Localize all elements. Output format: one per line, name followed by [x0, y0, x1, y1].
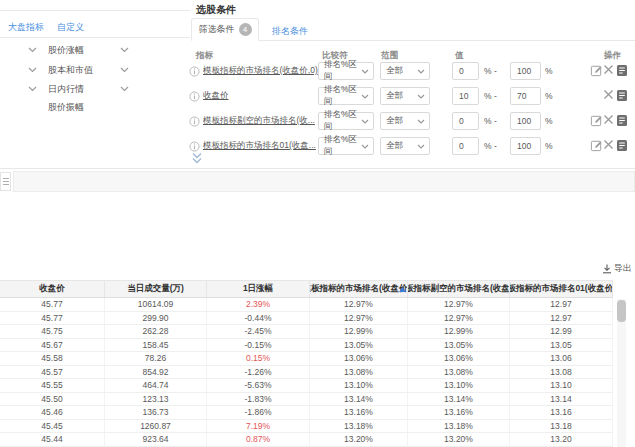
tree-item-label: 股价涨幅: [48, 44, 84, 57]
percent-unit: %: [545, 91, 553, 101]
filter-count-badge: 4: [239, 23, 252, 36]
table-header-cell[interactable]: 收盘价: [0, 281, 105, 297]
indicator-link[interactable]: 模板指标的市场排名01(收盘...: [203, 140, 316, 152]
min-value-input[interactable]: [452, 87, 479, 105]
comparator-select[interactable]: 排名%区间: [318, 62, 374, 80]
collapse-panel-icon[interactable]: [191, 152, 203, 165]
table-row[interactable]: 45.75262.28-2.45%12.99%12.99%12.99: [0, 325, 613, 339]
filter-condition-row: 收盘价 排名%区间 全部 % - %: [0, 87, 635, 105]
edit-icon[interactable]: [590, 64, 603, 77]
table-row[interactable]: 45.451260.877.19%13.18%13.18%13.18: [0, 420, 613, 434]
table-row[interactable]: 45.77299.90-0.44%12.97%12.97%12.97: [0, 312, 613, 326]
table-cell: 45.57: [0, 366, 105, 379]
min-value-input[interactable]: [452, 112, 479, 130]
min-value-input[interactable]: [452, 137, 479, 155]
table-header-cell[interactable]: 1日涨幅: [207, 281, 310, 297]
table-cell: 13.10: [510, 379, 613, 392]
notebook-icon[interactable]: [616, 114, 628, 127]
table-row[interactable]: 45.44923.640.87%13.20%13.20%13.20: [0, 433, 613, 447]
col-header-actions: 操作: [604, 50, 621, 62]
chevron-down-icon: [361, 119, 369, 125]
table-cell: 12.97: [510, 312, 613, 325]
comparator-value: 排名%区间: [324, 109, 361, 133]
delete-icon[interactable]: [603, 139, 614, 150]
table-cell: 13.05%: [408, 339, 510, 352]
table-cell: 13.05: [510, 339, 613, 352]
results-table: 收盘价当日成交量(万)1日涨幅模板指标的市场排名(收盘价,0模板指标剔空的市场排…: [0, 280, 613, 447]
comparator-select[interactable]: 排名%区间: [318, 87, 374, 105]
notebook-icon[interactable]: [616, 89, 628, 102]
range-value: 全部: [386, 65, 403, 77]
min-value-input[interactable]: [452, 62, 479, 80]
edit-icon[interactable]: [590, 114, 603, 127]
table-cell: 123.13: [105, 393, 207, 406]
filter-condition-row: 模板指标的市场排名(收盘价,0) 排名%区间 全部 % - %: [0, 62, 635, 80]
comparator-select[interactable]: 排名%区间: [318, 137, 374, 155]
table-header-cell[interactable]: 模板指标的市场排名(收盘价,0: [310, 281, 408, 297]
comparator-select[interactable]: 排名%区间: [318, 112, 374, 130]
table-cell: 45.67: [0, 339, 105, 352]
table-row[interactable]: 45.50123.13-1.83%13.14%13.14%13.14: [0, 393, 613, 407]
range-select[interactable]: 全部: [380, 137, 430, 155]
table-row[interactable]: 45.46136.73-1.86%13.16%13.16%13.16: [0, 406, 613, 420]
col-header-range: 范围: [381, 50, 398, 62]
export-button[interactable]: 导出: [602, 262, 632, 275]
delete-icon[interactable]: [603, 89, 614, 100]
table-cell: 13.16%: [408, 406, 510, 419]
tab-custom[interactable]: 自定义: [57, 21, 84, 34]
table-header-cell[interactable]: 模板指标的市场排名01(收盘价,0): [510, 281, 613, 297]
chevron-down-icon: [361, 94, 369, 100]
max-value-input[interactable]: [510, 87, 541, 105]
indicator-link[interactable]: 模板指标的市场排名(收盘价,0): [203, 65, 318, 77]
tab-market-indicators[interactable]: 大盘指标: [8, 21, 44, 34]
table-cell: 45.55: [0, 379, 105, 392]
table-row[interactable]: 45.57854.92-1.26%13.08%13.08%13.08: [0, 366, 613, 380]
table-row[interactable]: 45.67158.45-0.15%13.05%13.05%13.05: [0, 339, 613, 353]
max-value-input[interactable]: [510, 112, 541, 130]
table-row[interactable]: 45.55464.74-5.63%13.10%13.10%13.10: [0, 379, 613, 393]
range-value: 全部: [386, 140, 403, 152]
left-panel-top-border: [0, 10, 190, 11]
indicator-link[interactable]: 模板指标剔空的市场排名(收...: [203, 115, 315, 127]
table-cell: 13.18%: [310, 420, 408, 433]
table-cell: 13.08%: [408, 366, 510, 379]
comparator-value: 排名%区间: [324, 84, 361, 108]
indicator-link[interactable]: 收盘价: [203, 90, 229, 102]
delete-icon[interactable]: [603, 114, 614, 125]
chevron-down-icon[interactable]: [120, 47, 129, 53]
sort-ascending-icon: [399, 287, 406, 292]
range-select[interactable]: 全部: [380, 112, 430, 130]
tab-label: 筛选条件: [199, 23, 235, 36]
table-row[interactable]: 45.7710614.092.39%12.97%12.97%12.97: [0, 298, 613, 312]
tree-item-price-change[interactable]: 股价涨幅: [0, 41, 190, 59]
range-value: 全部: [386, 115, 403, 127]
table-row[interactable]: 45.5878.260.15%13.06%13.06%13.06: [0, 352, 613, 366]
table-header-cell[interactable]: 当日成交量(万): [105, 281, 207, 297]
edit-icon[interactable]: [590, 139, 603, 152]
max-value-input[interactable]: [510, 137, 541, 155]
table-header-cell[interactable]: 模板指标剔空的市场排名(收盘价,: [408, 281, 510, 297]
table-cell: 13.08: [510, 366, 613, 379]
table-cell: 12.97%: [310, 312, 408, 325]
range-select[interactable]: 全部: [380, 62, 430, 80]
notebook-icon[interactable]: [616, 139, 628, 152]
chevron-down-icon: [361, 144, 369, 150]
table-cell: 13.18%: [408, 420, 510, 433]
tab-rank-conditions[interactable]: 排名条件: [272, 25, 308, 38]
table-cell: 45.45: [0, 420, 105, 433]
table-scrollbar-thumb[interactable]: [617, 300, 626, 322]
comparator-value: 排名%区间: [324, 134, 361, 158]
max-value-input[interactable]: [510, 62, 541, 80]
tab-filter-conditions[interactable]: 筛选条件 4: [191, 18, 259, 41]
delete-icon[interactable]: [603, 64, 614, 75]
table-cell: 13.14%: [408, 393, 510, 406]
percent-unit: %: [545, 66, 553, 76]
notebook-icon[interactable]: [616, 64, 628, 77]
table-cell: 299.90: [105, 312, 207, 325]
chevron-down-icon[interactable]: [28, 47, 37, 53]
table-cell: 923.64: [105, 433, 207, 446]
table-cell: -1.83%: [207, 393, 310, 406]
list-handle-icon[interactable]: [0, 172, 11, 191]
range-value: 全部: [386, 90, 403, 102]
range-select[interactable]: 全部: [380, 87, 430, 105]
